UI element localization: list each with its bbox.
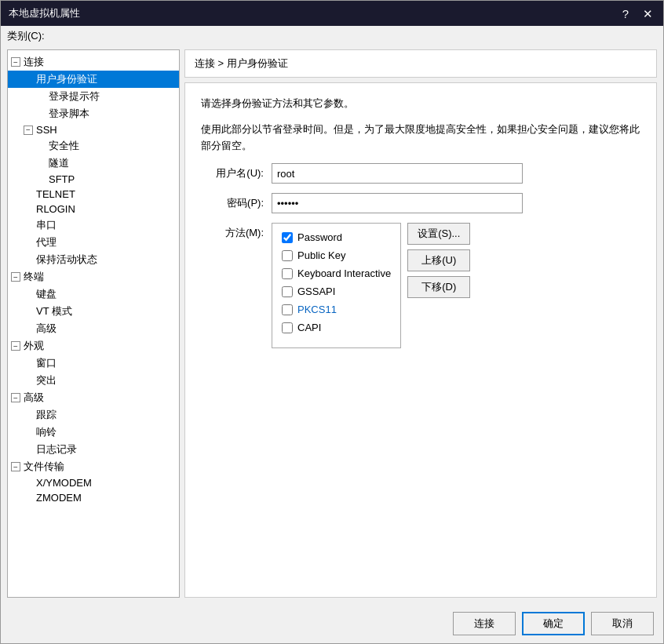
method-checkbox-capi[interactable] [282,322,293,333]
password-input[interactable] [272,193,523,213]
tree-item-connection[interactable]: −连接 [8,53,179,71]
method-label-password: Password [297,231,342,243]
tree-item-telnet[interactable]: TELNET [8,187,179,202]
tree-item-window[interactable]: 窗口 [8,355,179,372]
tree-label-advanced: 高级 [36,322,57,336]
tree-item-proxy[interactable]: 代理 [8,234,179,251]
username-input[interactable] [272,163,523,184]
tree-label-connection: 连接 [24,55,44,69]
method-row-gssapi: GSSAPI [282,286,391,297]
tree-item-login-prompt[interactable]: 登录提示符 [8,88,179,105]
tree-toggle-terminal[interactable]: − [11,272,20,282]
tree-label-file-transfer: 文件传输 [24,460,64,474]
tree-toggle-advanced2[interactable]: − [11,393,20,402]
tree-item-tunnel[interactable]: 隧道 [8,155,179,172]
tree-item-zmodem[interactable]: ZMODEM [8,490,179,505]
move-up-button[interactable]: 上移(U) [407,249,470,271]
dialog: 本地虚拟机属性 ? ✕ 类别(C): −连接用户身份验证登录提示符登录脚本−SS… [0,0,664,644]
tree-toggle-file-transfer[interactable]: − [11,462,20,471]
breadcrumb: 连接 > 用户身份验证 [184,49,657,78]
move-down-button[interactable]: 下移(D) [407,276,470,298]
tree-item-keyboard[interactable]: 键盘 [8,286,179,303]
desc2: 使用此部分以节省登录时间。但是，为了最大限度地提高安全性，如果担心安全问题，建议… [201,122,640,155]
tree-label-keepalive: 保持活动状态 [36,253,97,267]
title-bar: 本地虚拟机属性 ? ✕ [1,1,663,26]
tree-label-sftp: SFTP [49,173,75,185]
tree-label-keyboard: 键盘 [36,287,57,301]
method-checkbox-gssapi[interactable] [282,286,293,297]
tree-item-vt-mode[interactable]: VT 模式 [8,303,179,320]
tree-label-advanced2: 高级 [24,391,44,405]
tree-item-login-script[interactable]: 登录脚本 [8,105,179,122]
tree-label-logging: 日志记录 [36,442,77,457]
username-label: 用户名(U): [201,163,264,180]
tree-label-user-auth: 用户身份验证 [36,72,97,86]
menu-bar: 类别(C): [1,26,663,46]
right-panel: 连接 > 用户身份验证 请选择身份验证方法和其它参数。 使用此部分以节省登录时间… [184,49,657,598]
dialog-title: 本地虚拟机属性 [9,6,80,20]
tree-label-appearance: 外观 [24,339,44,353]
tree-label-xymodem: X/YMODEM [36,477,92,489]
tree-item-file-transfer[interactable]: −文件传输 [8,458,179,475]
settings-button[interactable]: 设置(S)... [407,223,470,245]
tree-item-security[interactable]: 安全性 [8,137,179,155]
tree-label-security: 安全性 [49,139,79,153]
method-checkbox-pkcs11[interactable] [282,304,293,315]
tree-item-advanced[interactable]: 高级 [8,320,179,337]
tree-item-appearance[interactable]: −外观 [8,337,179,355]
tree-item-highlight[interactable]: 突出 [8,372,179,389]
tree-label-login-script: 登录脚本 [49,107,89,121]
tree-item-rlogin[interactable]: RLOGIN [8,202,179,216]
tree-item-advanced2[interactable]: −高级 [8,389,179,406]
cancel-button[interactable]: 取消 [591,612,654,635]
password-row: 密码(P): [201,193,640,213]
category-label: 类别(C): [7,30,45,42]
tree-item-ssh[interactable]: −SSH [8,122,179,137]
tree-label-telnet: TELNET [36,188,75,200]
tree-toggle-connection[interactable]: − [11,57,20,67]
method-row-capi: CAPI [282,322,391,333]
tree-item-serial[interactable]: 串口 [8,216,179,234]
method-row-pkcs11: PKCS11 [282,304,391,315]
tree-label-serial: 串口 [36,218,57,232]
tree-label-tunnel: 隧道 [49,156,69,170]
method-label-pkcs11: PKCS11 [297,304,337,315]
method-label-public-key: Public Key [297,249,345,261]
tree-item-user-auth[interactable]: 用户身份验证 [8,71,179,88]
close-button[interactable]: ✕ [640,8,655,20]
connect-button[interactable]: 连接 [453,612,516,635]
ok-button[interactable]: 确定 [522,612,585,635]
method-checkbox-public-key[interactable] [282,250,293,261]
tree-label-proxy: 代理 [36,235,57,249]
main-content: −连接用户身份验证登录提示符登录脚本−SSH安全性隧道SFTPTELNETRLO… [1,46,663,604]
method-row-public-key: Public Key [282,249,391,261]
tree-label-zmodem: ZMODEM [36,492,82,504]
tree-item-tracking[interactable]: 跟踪 [8,406,179,424]
breadcrumb-text: 连接 > 用户身份验证 [195,57,288,69]
tree-item-keepalive[interactable]: 保持活动状态 [8,251,179,268]
tree-item-bell[interactable]: 响铃 [8,424,179,441]
method-row-keyboard-interactive: Keyboard Interactive [282,267,391,279]
methods-row-container: PasswordPublic KeyKeyboard InteractiveGS… [272,223,470,348]
tree-item-logging[interactable]: 日志记录 [8,441,179,458]
tree-label-rlogin: RLOGIN [36,203,75,215]
tree-label-window: 窗口 [36,356,57,370]
tree-item-sftp[interactable]: SFTP [8,172,179,187]
method-label-keyboard-interactive: Keyboard Interactive [297,267,391,279]
tree-item-xymodem[interactable]: X/YMODEM [8,475,179,490]
help-button[interactable]: ? [618,8,633,20]
method-checkbox-keyboard-interactive[interactable] [282,268,293,279]
tree-label-ssh: SSH [36,124,57,136]
tree-panel: −连接用户身份验证登录提示符登录脚本−SSH安全性隧道SFTPTELNETRLO… [7,49,180,598]
tree-label-login-prompt: 登录提示符 [49,89,100,104]
method-checkbox-password[interactable] [282,232,293,243]
tree-toggle-appearance[interactable]: − [11,341,20,351]
methods-box: PasswordPublic KeyKeyboard InteractiveGS… [272,223,401,348]
tree-label-bell: 响铃 [36,425,57,439]
method-row-password: Password [282,231,391,243]
tree-toggle-ssh[interactable]: − [24,126,33,135]
method-row: 方法(M): PasswordPublic KeyKeyboard Intera… [201,223,640,348]
username-row: 用户名(U): [201,163,640,184]
password-label: 密码(P): [201,193,264,210]
tree-item-terminal[interactable]: −终端 [8,268,179,286]
